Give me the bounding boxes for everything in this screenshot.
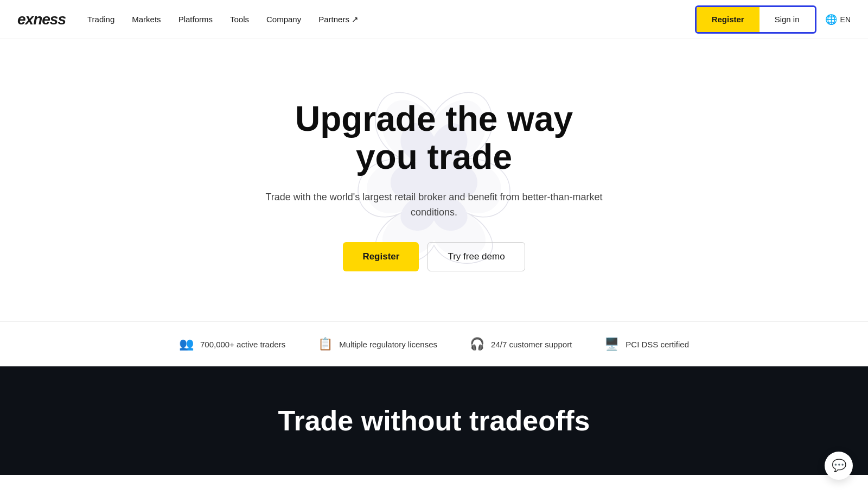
stat-licenses: 📋 Multiple regulatory licenses [318,337,437,351]
nav-actions-wrapper: Register Sign in [695,5,816,34]
traders-icon: 👥 [179,337,194,351]
lang-selector[interactable]: 🌐 EN [825,14,851,26]
support-text: 24/7 customer support [491,340,572,349]
nav-trading[interactable]: Trading [87,15,114,24]
stat-pci: 🖥️ PCI DSS certified [604,337,689,351]
pci-icon: 🖥️ [604,337,619,351]
hero-demo-button[interactable]: Try free demo [427,242,525,271]
navbar: exness Trading Markets Platforms Tools C… [0,0,868,39]
nav-links: Trading Markets Platforms Tools Company … [87,15,359,24]
stat-support: 🎧 24/7 customer support [470,337,572,351]
nav-partners[interactable]: Partners ↗ [318,15,359,24]
dark-section: Trade without tradeoffs [0,366,868,475]
licenses-icon: 📋 [318,337,333,351]
nav-right: Register Sign in 🌐 EN [695,5,851,34]
pci-text: PCI DSS certified [626,340,689,349]
chat-bubble[interactable]: 💬 [825,452,853,475]
stat-traders: 👥 700,000+ active traders [179,337,285,351]
nav-company[interactable]: Company [266,15,301,24]
nav-platforms[interactable]: Platforms [178,15,213,24]
hero-subtitle: Trade with the world's largest retail br… [244,189,624,221]
hero-title: Upgrade the way you trade [244,100,624,176]
hero-section: Upgrade the way you trade Trade with the… [0,39,868,321]
nav-register-button[interactable]: Register [697,7,760,32]
globe-icon: 🌐 [825,14,837,26]
hero-buttons: Register Try free demo [244,242,624,271]
nav-markets[interactable]: Markets [132,15,161,24]
nav-left: exness Trading Markets Platforms Tools C… [17,11,359,28]
hero-register-button[interactable]: Register [343,242,419,271]
traders-text: 700,000+ active traders [200,340,285,349]
support-icon: 🎧 [470,337,484,351]
dark-section-title: Trade without tradeoffs [278,404,590,437]
hero-content: Upgrade the way you trade Trade with the… [244,100,624,271]
logo[interactable]: exness [17,11,66,28]
nav-signin-button[interactable]: Sign in [760,7,815,32]
licenses-text: Multiple regulatory licenses [339,340,437,349]
chat-icon: 💬 [832,459,846,473]
nav-tools[interactable]: Tools [230,15,249,24]
lang-label: EN [840,15,851,24]
stats-bar: 👥 700,000+ active traders 📋 Multiple reg… [0,321,868,366]
